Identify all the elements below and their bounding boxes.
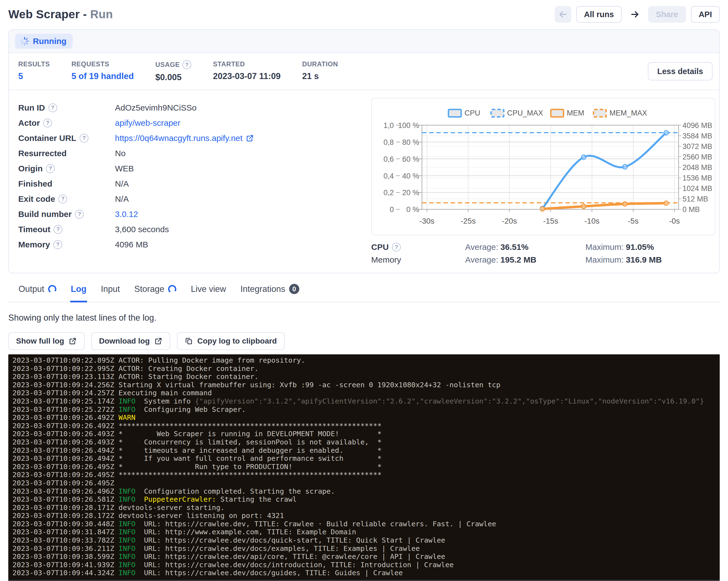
detail-value-actor[interactable]: apify/web-scraper [115, 118, 180, 128]
svg-text:0 MB: 0 MB [682, 205, 700, 214]
log-line: 2023-03-07T10:09:25.174Z INFO System inf… [12, 397, 720, 405]
detail-row-container-url: Container URL?https://0q64wnacgyft.runs.… [18, 130, 371, 146]
tab-storage[interactable]: Storage [134, 280, 177, 302]
stat-results-value[interactable]: 5 [18, 71, 50, 81]
log-line: 2023-03-07T10:09:25.272Z INFO Configurin… [12, 405, 720, 414]
log-line: 2023-03-07T10:09:26.494Z * If you want f… [12, 454, 720, 463]
run-detail-page: Web Scraper - Run All runs Share API [0, 0, 728, 581]
all-runs-button[interactable]: All runs [576, 6, 622, 23]
detail-value-origin: WEB [115, 164, 134, 173]
detail-label: Finished [18, 179, 115, 188]
log-line: 2023-03-07T10:09:26.493Z * Concurrency i… [12, 438, 720, 446]
svg-text:-30s: -30s [419, 217, 434, 225]
status-label: Running [33, 36, 67, 46]
log-line: 2023-03-07T10:09:26.496Z INFO Configurat… [12, 487, 720, 496]
previous-run-button[interactable] [555, 6, 571, 23]
tab-integrations[interactable]: Integrations0 [240, 280, 300, 302]
detail-value-finished: N/A [115, 179, 129, 188]
detail-value-memory: 4096 MB [115, 240, 148, 249]
metrics-summary: CPU ? Average:36.51% Maximum:91.05% Memo… [371, 242, 715, 265]
log-line: 2023-03-07T10:09:22.995Z ACTOR: Creating… [12, 365, 720, 373]
tab-output[interactable]: Output [18, 280, 57, 302]
svg-text:0: 0 [390, 205, 394, 214]
log-line: 2023-03-07T10:09:38.599Z INFO URL: https… [12, 553, 720, 561]
download-log-button[interactable]: Download log [91, 332, 170, 350]
svg-text:0,2: 0,2 [383, 188, 394, 197]
stat-duration: DURATION 21 s [302, 60, 338, 81]
log-line: 2023-03-07T10:09:36.211Z INFO URL: https… [12, 545, 720, 553]
stat-results: RESULTS 5 [18, 60, 50, 81]
detail-label: Memory? [18, 240, 115, 249]
title-separator: - [83, 8, 87, 21]
stat-started-value: 2023-03-07 11:09 [213, 71, 281, 81]
stats-row: RESULTS 5 REQUESTS 5 of 19 handled USAGE… [9, 53, 719, 89]
svg-text:0 %: 0 % [406, 205, 419, 214]
help-icon[interactable]: ? [58, 194, 67, 204]
log-line: 2023-03-07T10:09:23.113Z ACTOR: Starting… [12, 373, 720, 381]
log-line: 2023-03-07T10:09:26.495Z * Run type to P… [12, 463, 720, 471]
svg-text:-25s: -25s [461, 217, 476, 225]
log-line: 2023-03-07T10:09:26.492Z WARN [12, 414, 720, 422]
help-icon[interactable]: ? [53, 240, 62, 249]
log-line: 2023-03-07T10:09:26.495Z ***************… [12, 471, 720, 479]
less-details-button[interactable]: Less details [648, 62, 712, 80]
stat-requests-value[interactable]: 5 of 19 handled [71, 71, 134, 81]
help-icon[interactable]: ? [75, 210, 84, 219]
detail-label: Timeout? [18, 225, 115, 234]
svg-text:-10s: -10s [584, 217, 599, 225]
spinner-arc-icon [167, 284, 177, 294]
run-details-list: Run ID?AdOz5evimh9NCiSSoActor?apify/web-… [18, 98, 371, 265]
share-button[interactable]: Share [648, 6, 686, 23]
log-line: 2023-03-07T10:09:44.324Z INFO URL: https… [12, 569, 720, 577]
tab-log[interactable]: Log [70, 280, 87, 302]
help-icon[interactable]: ? [46, 164, 55, 173]
help-icon[interactable]: ? [182, 60, 191, 69]
help-icon[interactable]: ? [54, 225, 62, 234]
status-badge: Running [15, 34, 73, 49]
svg-text:0,4: 0,4 [383, 172, 394, 180]
metrics-column: 1,00,80,60,40,20100 %80 %60 %40 %20 %0 %… [371, 98, 715, 265]
tab-live-view[interactable]: Live view [190, 280, 227, 302]
detail-label: Exit code? [18, 194, 115, 204]
svg-text:2560 MB: 2560 MB [682, 153, 712, 161]
svg-text:4096 MB: 4096 MB [682, 121, 712, 130]
detail-label: Run ID? [18, 103, 115, 112]
log-terminal[interactable]: 2023-03-07T10:09:22.895Z ACTOR: Pulling … [8, 354, 720, 581]
detail-row-timeout: Timeout?3,600 seconds [18, 222, 371, 237]
external-link-icon [69, 337, 77, 345]
svg-text:1,0: 1,0 [383, 121, 394, 130]
detail-value-build-number[interactable]: 3.0.12 [115, 210, 138, 219]
header-actions: All runs Share API [555, 6, 720, 23]
help-icon[interactable]: ? [80, 134, 88, 142]
terminal-scrollbar[interactable] [8, 580, 720, 581]
log-lines: 2023-03-07T10:09:22.895Z ACTOR: Pulling … [8, 354, 720, 577]
detail-label: Origin? [18, 164, 115, 173]
help-icon[interactable]: ? [43, 118, 52, 127]
copy-log-button[interactable]: Copy log to clipboard [177, 332, 285, 350]
cpu-memory-chart: 1,00,80,60,40,20100 %80 %60 %40 %20 %0 %… [371, 98, 715, 235]
detail-row-actor: Actor?apify/web-scraper [18, 115, 371, 130]
log-line: 2023-03-07T10:09:24.256Z Starting X virt… [12, 381, 720, 389]
log-actions: Show full log Download log Copy log to c… [8, 332, 720, 350]
stat-duration-label: DURATION [302, 60, 338, 68]
svg-text:-20s: -20s [502, 217, 517, 225]
svg-text:80 %: 80 % [402, 138, 419, 147]
detail-label: Resurrected [18, 149, 115, 158]
api-button[interactable]: API [691, 6, 720, 23]
detail-value-container-url[interactable]: https://0q64wnacgyft.runs.apify.net [115, 133, 254, 143]
run-card: Running RESULTS 5 REQUESTS 5 of 19 handl… [8, 29, 720, 273]
run-status-bar: Running [9, 30, 719, 53]
stat-started-label: STARTED [213, 60, 281, 68]
tab-input[interactable]: Input [100, 280, 121, 302]
next-run-button[interactable] [627, 6, 643, 23]
detail-label: Container URL? [18, 133, 115, 143]
log-line: 2023-03-07T10:09:24.257Z Executing main … [12, 389, 720, 397]
external-link-icon [246, 134, 254, 142]
stat-requests-label: REQUESTS [71, 60, 134, 68]
show-full-log-button[interactable]: Show full log [8, 332, 84, 350]
log-line: 2023-03-07T10:09:33.782Z INFO URL: https… [12, 536, 720, 545]
spinner-icon [20, 36, 29, 46]
svg-text:2048 MB: 2048 MB [682, 163, 712, 171]
help-icon[interactable]: ? [392, 243, 401, 252]
help-icon[interactable]: ? [48, 103, 57, 112]
